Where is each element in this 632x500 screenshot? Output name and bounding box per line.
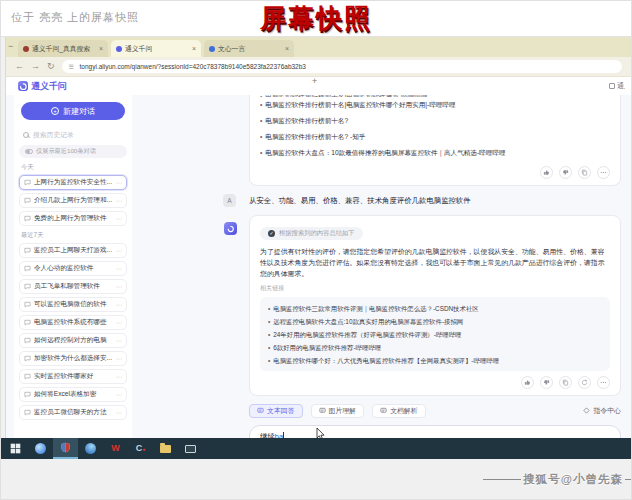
back-icon[interactable]: ← [15, 62, 24, 71]
related-link[interactable]: •远程监控电脑软件大盘点:10款真实好用的电脑屏幕监控软件-接招网 [268, 315, 602, 328]
header-right-clipped[interactable]: 通义APP [609, 81, 625, 91]
related-link[interactable]: •电脑监控软件哪个好：八大优秀电脑监控软件推荐【全网最真实测评】-哔哩哔哩 [268, 354, 602, 367]
app-qr-icon [609, 83, 615, 89]
history-item[interactable]: 令人心动的监控软件 ⋯ [19, 261, 127, 276]
mode-chip[interactable]: 文档解析 [372, 404, 426, 418]
search-result-line[interactable]: •电脑监控软件排行榜前十名|电脑监控软件推荐-哔哩哔哩 [260, 95, 610, 97]
history-item[interactable]: 加密软件为什么都选择安... ⋯ [19, 351, 127, 366]
regenerate-icon[interactable] [578, 376, 591, 389]
related-link[interactable]: •24年好用的电脑监控软件推荐（好评电脑监控软件评测）-哔哩哔哩 [268, 328, 602, 341]
taskbar-browser-icon[interactable] [28, 438, 53, 459]
more-actions-icon[interactable] [597, 376, 610, 389]
forward-icon[interactable]: → [31, 62, 40, 71]
chat-bubble-icon [24, 179, 31, 187]
taskbar-c-app-icon[interactable]: C● [128, 438, 153, 459]
page-body: + 新建对话 搜索历史记录 仅展示最近100条对话 今天 [6, 95, 631, 438]
summary-badge[interactable]: ✓ 根据搜索到的内容总结如下 [260, 227, 363, 240]
chat-main: •电脑监控软件排行榜前十名|电脑监控软件推荐-哔哩哔哩 •电脑监控软件排行榜前十… [132, 95, 631, 438]
related-link[interactable]: •电脑监控软件三款常用软件评测｜电脑监控软件怎么选？-CSDN技术社区 [268, 302, 602, 315]
command-center-button[interactable]: 指令中心 [583, 406, 621, 416]
history-item[interactable]: 介绍几款上网行为管理和... ⋯ [19, 193, 127, 208]
message-input[interactable]: 继续ba ba 打开智能帮写助手 [249, 425, 621, 439]
mode-chip[interactable]: 文本回答 [249, 404, 303, 418]
item-more-icon[interactable]: ⋯ [116, 409, 122, 416]
history-list-today: 上网行为监控软件安全性... ⋯ 介绍几款上网行为管理和... ⋯ [19, 175, 127, 226]
thumbs-up-icon[interactable] [521, 376, 534, 389]
history-item[interactable]: 可以监控电脑微信的软件 ⋯ [19, 297, 127, 312]
page-title: 屏幕快照 [260, 1, 372, 36]
reload-icon[interactable]: ↻ [47, 62, 55, 71]
history-item-label: 监控员工上网聊天打游戏... [34, 246, 113, 255]
url-field[interactable]: ☰ tongyi.aliyun.com/qianwen/?sessionId=4… [62, 60, 622, 73]
assistant-answer-text: 为了提供有针对性的评价，请您指定您希望评价的几款电脑监控软件，以便我从安全、功能… [260, 246, 610, 279]
history-item[interactable]: 如何将Excel表格加密 ⋯ [19, 387, 127, 402]
assistant-card-previous: •电脑监控软件排行榜前十名|电脑监控软件推荐-哔哩哔哩 •电脑监控软件排行榜前十… [249, 95, 621, 186]
start-button[interactable] [3, 438, 28, 459]
history-item[interactable]: 如何远程控制对方的电脑 ⋯ [19, 333, 127, 348]
new-chat-button[interactable]: + 新建对话 [21, 102, 125, 120]
history-item[interactable]: 电脑监控软件系统有哪些 ⋯ [19, 315, 127, 330]
chat-bubble-icon [24, 355, 31, 363]
window-minimize-icon[interactable]: − [8, 41, 13, 51]
taskbar-file-explorer-icon[interactable] [153, 438, 178, 459]
item-more-icon[interactable]: ⋯ [116, 197, 122, 204]
copy-icon[interactable] [559, 376, 572, 389]
chat-column: •电脑监控软件排行榜前十名|电脑监控软件推荐-哔哩哔哩 •电脑监控软件排行榜前十… [249, 95, 621, 438]
tab-close-icon[interactable]: × [99, 45, 103, 52]
screenshot-stage: 位于 亮亮 上的屏幕快照 屏幕快照 − 通义千问_真真搜索 × 通义千问 × 文… [0, 0, 632, 500]
related-link[interactable]: •6款好用的电脑监控软件推荐-哔哩哔哩 [268, 341, 602, 354]
item-more-icon[interactable]: ⋯ [116, 215, 122, 222]
history-search-input[interactable]: 搜索历史记录 [19, 128, 127, 141]
more-actions-icon[interactable] [597, 166, 610, 179]
browser-window: − 通义千问_真真搜索 × 通义千问 × 文心一言 × + ← → ↻ [5, 37, 631, 438]
taskbar-security-app-icon[interactable] [53, 438, 78, 459]
site-settings-icon[interactable]: ☰ [69, 63, 76, 70]
item-more-icon[interactable]: ⋯ [116, 283, 122, 290]
history-item[interactable]: 上网行为监控软件安全性... ⋯ [19, 175, 127, 190]
tongyi-logo[interactable]: 通义千问 [18, 80, 67, 93]
browser-tab[interactable]: 通义千问_真真搜索 × [18, 40, 108, 57]
thumbs-down-icon[interactable] [559, 166, 572, 179]
thumbs-up-icon[interactable] [540, 166, 553, 179]
item-more-icon[interactable]: ⋯ [116, 319, 122, 326]
history-limit-toggle[interactable]: 仅展示最近100条对话 [19, 145, 127, 158]
taskbar-edge-icon[interactable] [78, 438, 103, 459]
tab-favicon [116, 46, 122, 52]
thumbs-down-icon[interactable] [540, 376, 553, 389]
taskbar-display-icon[interactable] [178, 438, 203, 459]
history-item[interactable]: 员工飞单私聊管理软件 ⋯ [19, 279, 127, 294]
page-header: 通义千问 通义APP [6, 77, 631, 95]
taskbar-w-app-icon[interactable]: W [103, 438, 128, 459]
message-actions [260, 166, 610, 179]
item-more-icon[interactable]: ⋯ [116, 301, 122, 308]
history-item[interactable]: 监控员工上网聊天打游戏... ⋯ [19, 243, 127, 258]
search-result-line[interactable]: •电脑监控软件大盘点：10款最值得推荐的电脑屏幕监控软件｜高人气精选-哔哩哔哩 [260, 145, 610, 161]
browser-tab[interactable]: 通义千问 × [111, 40, 201, 57]
message-actions [260, 376, 610, 389]
mode-chip[interactable]: 图片理解 [311, 404, 365, 418]
item-more-icon[interactable]: ⋯ [116, 355, 122, 362]
history-item[interactable]: 免费的上网行为管理软件 ⋯ [19, 211, 127, 226]
search-result-line[interactable]: •电脑监控软件排行榜前十名? [260, 113, 610, 129]
item-more-icon[interactable]: ⋯ [116, 247, 122, 254]
item-more-icon[interactable]: ⋯ [116, 373, 122, 380]
history-item-label: 电脑监控软件系统有哪些 [34, 318, 113, 327]
chat-bubble-icon [24, 373, 31, 381]
search-result-line[interactable]: •电脑监控软件排行榜前十名? -知乎 [260, 129, 610, 145]
item-more-icon[interactable]: ⋯ [116, 179, 122, 186]
item-more-icon[interactable]: ⋯ [116, 337, 122, 344]
bottom-strip: 搜狐号@小曾先森 [1, 459, 631, 499]
history-item[interactable]: 监控员工微信聊天的方法 ⋯ [19, 405, 127, 420]
chat-bubble-icon [24, 215, 31, 223]
new-tab-button[interactable]: + [312, 76, 317, 86]
tab-close-icon[interactable]: × [192, 45, 196, 52]
browser-tab[interactable]: 文心一言 × [204, 40, 294, 57]
copy-icon[interactable] [578, 166, 591, 179]
item-more-icon[interactable]: ⋯ [116, 391, 122, 398]
tab-title: 通义千问 [125, 44, 189, 54]
user-message-text: 从安全、功能、易用、价格、兼容、技术角度评价几款电脑监控软件 [249, 196, 471, 205]
tab-close-icon[interactable]: × [285, 45, 289, 52]
search-result-line[interactable]: •电脑监控软件排行榜前十名|电脑监控软件哪个好用实用|-哔哩哔哩 [260, 97, 610, 113]
history-item[interactable]: 实时监控软件哪家好 ⋯ [19, 369, 127, 384]
item-more-icon[interactable]: ⋯ [116, 265, 122, 272]
